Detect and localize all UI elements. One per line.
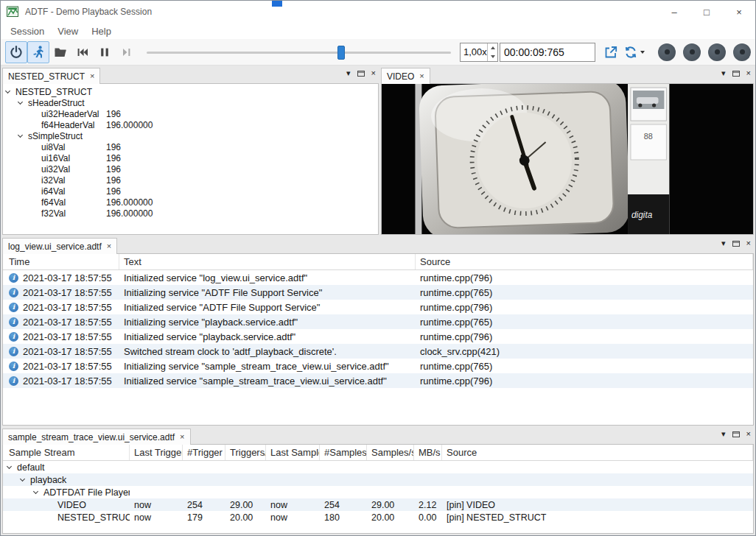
skip-to-start-button[interactable]	[71, 41, 94, 63]
trace-cell	[183, 461, 225, 473]
maximize-button[interactable]: □	[690, 1, 723, 23]
struct-tree-row[interactable]: f64Val196.000000	[3, 197, 378, 208]
trace-col-samples[interactable]: #Samples	[320, 445, 367, 460]
trace-cell: 29.00	[225, 498, 266, 511]
struct-tree-row[interactable]: ui16Val196	[3, 152, 378, 163]
struct-tree-row[interactable]: i64Val196	[3, 186, 378, 197]
trace-col-trigger[interactable]: #Trigger	[183, 445, 225, 460]
trace-row[interactable]: NESTED_STRUCTnow17920.00now18020.000.00[…	[3, 511, 753, 523]
trace-row[interactable]: playback	[3, 473, 753, 486]
open-external-button[interactable]	[601, 43, 620, 62]
struct-tree-row[interactable]: sSimpleStruct	[3, 130, 378, 141]
tree-node-label: sHeaderStruct	[28, 98, 85, 108]
minimize-button[interactable]: –	[658, 1, 690, 23]
trace-row[interactable]: ADTFDAT File Player	[3, 486, 753, 498]
panel-menu-icon[interactable]: ▾	[721, 69, 726, 77]
close-button[interactable]: ×	[723, 1, 755, 23]
skip-to-end-button[interactable]	[116, 41, 138, 63]
slider-handle[interactable]	[337, 46, 345, 60]
log-row[interactable]: i2021-03-17 18:57:55Initialized service …	[3, 329, 753, 344]
tab-close-icon[interactable]: ×	[180, 433, 184, 441]
open-file-button[interactable]	[49, 41, 71, 63]
panel-close-icon[interactable]: ×	[746, 69, 751, 77]
run-button[interactable]	[27, 41, 49, 63]
tab-trace-view[interactable]: sample_stream_trace_view.ui_service.adtf…	[2, 429, 191, 445]
log-row[interactable]: i2021-03-17 18:57:55Initializing service…	[3, 314, 753, 329]
menu-session[interactable]: Session	[4, 26, 51, 37]
slider-track[interactable]	[147, 52, 451, 54]
trace-col-stream[interactable]: Sample Stream	[3, 445, 130, 460]
panel-float-icon[interactable]	[732, 70, 740, 77]
playback-slider[interactable]	[147, 43, 451, 62]
marker-button-3[interactable]	[708, 43, 726, 61]
spin-down-button[interactable]	[488, 52, 497, 61]
panel-float-icon[interactable]	[357, 70, 365, 77]
struct-tree-row[interactable]: f32Val196.000000	[3, 208, 378, 219]
panel-close-icon[interactable]: ×	[746, 430, 751, 438]
tab-close-icon[interactable]: ×	[107, 242, 111, 250]
trace-col-last-trigger[interactable]: Last Trigger	[130, 445, 183, 460]
tab-nested-struct[interactable]: NESTED_STRUCT ×	[2, 68, 100, 84]
loop-dropdown-icon[interactable]	[640, 51, 645, 54]
struct-tree-row[interactable]: i32Val196	[3, 174, 378, 186]
log-row[interactable]: i2021-03-17 18:57:55Initialized service …	[3, 270, 753, 285]
panel-close-icon[interactable]: ×	[746, 239, 751, 247]
trace-col-source[interactable]: Source	[442, 445, 753, 460]
expand-chevron-icon[interactable]	[18, 99, 23, 105]
panel-menu-icon[interactable]: ▾	[346, 69, 351, 77]
panel-menu-icon[interactable]: ▾	[721, 430, 726, 438]
log-col-text[interactable]: Text	[119, 254, 416, 269]
struct-tree-row[interactable]: NESTED_STRUCT	[3, 86, 378, 97]
trace-col-samples-s[interactable]: Samples/s	[367, 445, 414, 460]
marker-button-2[interactable]	[683, 43, 701, 61]
speed-value[interactable]: 1,00x	[461, 46, 487, 57]
struct-tree-row[interactable]: f64HeaderVal196.000000	[3, 119, 378, 130]
trace-col-last-sample[interactable]: Last Sample	[266, 445, 320, 460]
log-col-time[interactable]: Time	[3, 254, 119, 269]
power-button[interactable]	[5, 41, 27, 63]
marker-dot-icon	[715, 49, 720, 54]
tab-video[interactable]: VIDEO ×	[381, 68, 430, 84]
marker-button-4[interactable]	[733, 43, 751, 61]
expand-chevron-icon[interactable]	[18, 133, 23, 138]
log-time-cell: i2021-03-17 18:57:55	[3, 314, 119, 329]
log-row[interactable]: i2021-03-17 18:57:55Initializing service…	[3, 359, 753, 373]
log-row[interactable]: i2021-03-17 18:57:55Initialized service …	[3, 373, 753, 388]
expand-chevron-icon[interactable]	[33, 489, 38, 494]
log-row[interactable]: i2021-03-17 18:57:55Switched stream cloc…	[3, 344, 753, 359]
struct-tree-row[interactable]: ui8Val196	[3, 141, 378, 152]
tab-log-view[interactable]: log_view.ui_service.adtf ×	[2, 238, 117, 254]
log-row[interactable]: i2021-03-17 18:57:55Initializing service…	[3, 285, 753, 300]
trace-row[interactable]: default	[3, 461, 753, 473]
menu-view[interactable]: View	[51, 26, 85, 37]
log-col-source[interactable]: Source	[416, 254, 753, 269]
struct-tree-row[interactable]: ui32HeaderVal196	[3, 108, 378, 119]
trace-col-mbs[interactable]: MB/s	[414, 445, 442, 460]
menu-help[interactable]: Help	[85, 26, 118, 37]
tree-node-value: 196	[106, 142, 121, 152]
panel-float-icon[interactable]	[732, 431, 740, 437]
time-display[interactable]: 00:00:09:765	[500, 43, 595, 62]
tree-node-label: ui16Val	[41, 153, 70, 163]
expand-chevron-icon[interactable]	[20, 476, 25, 482]
spin-up-button[interactable]	[488, 43, 497, 52]
panel-float-icon[interactable]	[732, 240, 740, 247]
trace-col-triggers-s[interactable]: Triggers/s	[225, 445, 266, 460]
tab-close-icon[interactable]: ×	[90, 72, 94, 80]
pause-button[interactable]	[94, 41, 116, 63]
panel-menu-icon[interactable]: ▾	[721, 239, 726, 247]
marker-button-1[interactable]	[658, 43, 676, 61]
trace-cell: 20.00	[225, 511, 266, 523]
tab-close-icon[interactable]: ×	[419, 72, 424, 80]
loop-button[interactable]	[623, 45, 645, 60]
speed-spinbox[interactable]: 1,00x	[460, 43, 498, 62]
log-row[interactable]: i2021-03-17 18:57:55Initialized service …	[3, 300, 753, 314]
tree-node-label: f32Val	[41, 208, 66, 219]
expand-chevron-icon[interactable]	[5, 88, 10, 94]
panel-tabbar: VIDEO × ▾ ×	[381, 67, 754, 83]
struct-tree-row[interactable]: sHeaderStruct	[3, 97, 378, 108]
struct-tree-row[interactable]: ui32Val196	[3, 163, 378, 174]
panel-close-icon[interactable]: ×	[371, 69, 376, 77]
trace-row[interactable]: VIDEOnow25429.00now25429.002.12[pin] VID…	[3, 498, 753, 511]
expand-chevron-icon[interactable]	[7, 464, 12, 469]
